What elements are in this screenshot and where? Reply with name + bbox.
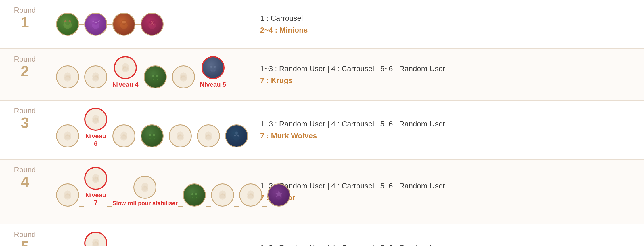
round-5-info: 1~3 : Random User | 4 : Carrousel | 5~6 …	[252, 239, 644, 246]
svg-point-34	[122, 134, 125, 136]
connector	[135, 147, 141, 147]
slot-4	[172, 65, 195, 88]
round-4-label: Round 4	[0, 162, 50, 192]
round-5-label: Round 5	[0, 227, 50, 246]
round-2-info: 1~3 : Random User | 4 : Carrousel | 5~6 …	[252, 60, 644, 89]
round-5-visual: Niveau 8	[50, 227, 252, 246]
svg-point-41	[207, 134, 210, 136]
round-2-line1: 1~3 : Random User | 4 : Carrousel | 5~6 …	[260, 64, 635, 73]
niveau-6-label: Niveau 6	[84, 133, 107, 147]
slot-r3-4	[169, 124, 192, 147]
round-2-num: 2	[21, 64, 29, 79]
svg-point-16	[66, 75, 69, 77]
connector	[192, 147, 197, 147]
champ-katarina	[141, 13, 164, 36]
niveau-5-label: Niveau 5	[200, 81, 226, 88]
svg-point-27	[210, 66, 212, 68]
round-5-row: Round 5	[0, 224, 644, 246]
svg-point-30	[66, 134, 69, 136]
round-3-visual: Niveau 6	[50, 103, 252, 156]
round-2-visual: Niveau 4	[50, 52, 252, 97]
round-4-line2: 7 : Raptor	[260, 193, 635, 202]
niveau-4-label: Niveau 4	[112, 81, 139, 88]
svg-rect-10	[122, 21, 126, 23]
slot-r4-4	[211, 183, 234, 207]
slow-roll-label: Slow roll pour stabiliser	[112, 200, 178, 207]
round-4-word: Round	[14, 165, 36, 174]
svg-point-42	[233, 134, 240, 141]
svg-point-25	[182, 75, 185, 77]
round-3-row: Round 3	[0, 101, 644, 160]
svg-point-18	[94, 75, 97, 77]
slot-r3-0	[56, 124, 79, 147]
svg-point-44	[234, 135, 236, 137]
svg-point-22	[152, 75, 154, 77]
svg-point-36	[149, 134, 151, 136]
slot-r3-gromp	[141, 124, 164, 147]
slot-r4-2	[133, 176, 156, 199]
connector	[262, 206, 267, 207]
svg-point-49	[94, 177, 97, 179]
slot-r4-5	[239, 183, 262, 207]
slot-2-highlight	[114, 56, 137, 79]
svg-point-32	[94, 118, 97, 120]
round-5-line1: 1~3 : Random User | 4 : Carrousel | 5~6 …	[260, 243, 635, 246]
slot-r3-5	[197, 124, 220, 147]
svg-point-5	[93, 20, 98, 25]
slot-5-krugs	[202, 56, 225, 79]
round-1-num: 1	[21, 15, 29, 30]
niveau-7-label: Niveau 7	[84, 192, 107, 207]
slot-r5-1-highlight	[84, 232, 107, 246]
svg-point-54	[195, 193, 197, 195]
round-1-champions	[56, 13, 164, 36]
round-4-info: 1~3 : Random User | 4 : Carrousel | 5~6 …	[252, 177, 644, 207]
round-4-line1: 1~3 : Random User | 4 : Carrousel | 5~6 …	[260, 181, 635, 190]
connector	[107, 24, 112, 25]
round-3-num: 3	[21, 115, 29, 130]
slot-r4-0	[56, 183, 79, 207]
round-1-label: Round 1	[0, 3, 50, 33]
slot-r3-1-highlight	[84, 108, 107, 131]
slot-r4-raptor	[267, 183, 290, 207]
connector	[135, 24, 141, 25]
round-2-word: Round	[14, 55, 36, 64]
connector	[234, 206, 239, 207]
svg-point-56	[221, 193, 224, 195]
slot-gromp	[144, 65, 167, 88]
svg-point-47	[66, 193, 69, 195]
round-4-row: Round 4	[0, 160, 644, 224]
svg-point-37	[153, 134, 155, 136]
connector	[107, 206, 112, 207]
connector	[79, 206, 84, 207]
round-4-visual: Niveau 7 Slow roll pour stabiliser	[50, 162, 252, 221]
svg-point-20	[124, 66, 127, 68]
connector	[195, 88, 200, 88]
slot-r3-2	[112, 124, 135, 147]
connector	[79, 24, 84, 25]
slot-0	[56, 65, 79, 88]
connector	[79, 88, 84, 88]
round-1-row: Round 1	[0, 0, 644, 49]
slot-r4-1-highlight	[84, 167, 107, 190]
connector	[178, 206, 183, 207]
connector	[107, 147, 112, 147]
svg-point-51	[144, 186, 146, 188]
round-1-line2: 2~4 : Minions	[260, 26, 635, 35]
svg-point-23	[156, 75, 158, 77]
round-3-word: Round	[14, 106, 36, 115]
round-2-label: Round 2	[0, 52, 50, 82]
connector	[79, 147, 84, 147]
round-3-info: 1~3 : Random User | 4 : Carrousel | 5~6 …	[252, 115, 644, 145]
svg-point-39	[179, 134, 181, 136]
connector	[164, 147, 169, 147]
connector	[206, 206, 211, 207]
svg-point-2	[64, 20, 66, 22]
svg-point-53	[191, 193, 193, 195]
round-5-num: 5	[21, 239, 29, 246]
round-2-line2: 7 : Krugs	[260, 76, 635, 85]
svg-point-28	[214, 66, 216, 68]
connector	[167, 88, 172, 88]
round-3-line2: 7 : Murk Wolves	[260, 131, 635, 140]
round-3-line1: 1~3 : Random User | 4 : Carrousel | 5~6 …	[260, 120, 635, 128]
round-5-word: Round	[14, 230, 36, 239]
